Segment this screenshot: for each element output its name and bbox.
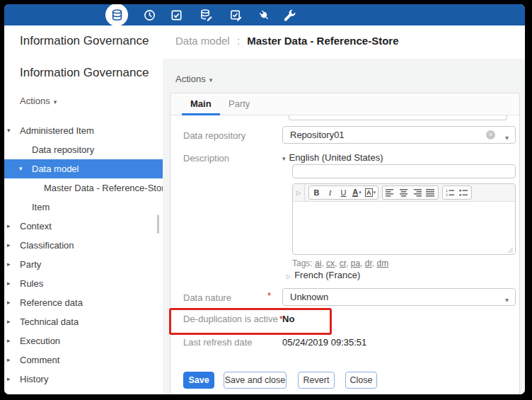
data-nature-required: *: [267, 290, 271, 301]
dedup-label: De-duplication is active*: [183, 314, 283, 324]
caret-right-icon[interactable]: ▸: [7, 331, 20, 350]
sidebar-item-label: Technical data: [20, 312, 79, 331]
tasks-icon[interactable]: [165, 4, 187, 26]
sidebar-item-history[interactable]: ▸History: [4, 370, 163, 389]
tag-link-cr[interactable]: cr: [340, 258, 346, 268]
data-repository-value: Repository01: [290, 130, 345, 140]
sidebar-item-label: Party: [20, 255, 41, 274]
sidebar-item-rules[interactable]: ▸Rules: [4, 274, 163, 293]
text-color-icon[interactable]: A▾: [350, 187, 364, 198]
data-nature-label: Data nature: [183, 292, 231, 303]
rich-text-editor: ▷ BIUA▾A▾12: [292, 183, 516, 255]
data-nature-select[interactable]: Unknown ▾: [282, 288, 516, 306]
tab-main[interactable]: Main: [190, 98, 212, 109]
french-section-toggle[interactable]: ▷French (France): [287, 270, 360, 280]
tag-link-ai[interactable]: ai: [315, 258, 321, 268]
sidebar-item-context[interactable]: ▸Context: [4, 217, 163, 236]
database-icon[interactable]: [105, 4, 128, 26]
english-section-toggle[interactable]: ▾English (United States): [282, 152, 383, 163]
sidebar-item-label: History: [20, 370, 48, 389]
caret-right-icon[interactable]: ▸: [7, 312, 20, 331]
sidebar-item-label: Classification: [20, 236, 74, 255]
caret-right-icon[interactable]: ▸: [7, 370, 20, 389]
sidebar-scrollbar-thumb[interactable]: [157, 215, 159, 234]
plug-icon[interactable]: [253, 4, 275, 26]
data-repository-input[interactable]: Repository01 × ▾: [282, 126, 516, 144]
unordered-list-icon[interactable]: [457, 187, 470, 198]
description-label: Description: [183, 153, 229, 164]
sidebar-item-classification[interactable]: ▸Classification: [4, 236, 163, 255]
caret-down-icon[interactable]: ▾: [7, 121, 20, 140]
align-justify-icon[interactable]: [424, 187, 437, 198]
ordered-list-icon[interactable]: 12: [444, 187, 457, 198]
bold-icon[interactable]: B: [310, 187, 323, 198]
sidebar-item-technical-data[interactable]: ▸Technical data: [4, 312, 163, 331]
underline-icon[interactable]: U: [337, 187, 350, 198]
tag-link-dr[interactable]: dr: [365, 258, 372, 268]
tag-link-pa[interactable]: pa: [351, 258, 360, 268]
sidebar-item-administered-item[interactable]: ▾Administered Item: [4, 121, 163, 140]
editor-textarea[interactable]: [293, 202, 515, 255]
editor-expand-icon[interactable]: ▷: [293, 184, 305, 201]
caret-right-icon[interactable]: ▸: [7, 350, 20, 370]
align-center-icon[interactable]: [397, 187, 410, 198]
description-short-input[interactable]: [292, 164, 516, 178]
tag-link-dm[interactable]: dm: [376, 258, 388, 268]
panel-actions-dropdown[interactable]: Actions▾: [175, 74, 212, 84]
italic-icon[interactable]: I: [323, 187, 337, 198]
page-title: Master Data - Reference-Store: [247, 35, 398, 47]
form-card: Main Party Data repository Repository01 …: [170, 93, 520, 394]
sidebar-item-data-repository[interactable]: Data repository: [4, 140, 163, 159]
align-right-icon[interactable]: [410, 187, 424, 198]
caret-right-icon[interactable]: ▸: [7, 293, 20, 312]
sidebar-item-label: Administered Item: [20, 121, 94, 140]
close-button[interactable]: Close: [345, 372, 377, 389]
toolbar-group: [382, 185, 439, 200]
revert-button[interactable]: Revert: [298, 372, 335, 389]
fill-color-icon[interactable]: A▾: [364, 187, 377, 198]
caret-right-icon[interactable]: ▸: [7, 217, 20, 236]
tags-list: ai, cx, cr, pa, dr, dm: [315, 258, 388, 268]
tasks-edit-icon[interactable]: [224, 4, 247, 26]
active-tab-underline: [182, 113, 220, 115]
caret-right-icon[interactable]: ▸: [7, 274, 20, 293]
save-and-close-button[interactable]: Save and close: [224, 372, 287, 389]
sidebar-item-reference-data[interactable]: ▸Reference data: [4, 293, 163, 312]
sidebar-item-label: Reference data: [20, 293, 83, 312]
scrolled-field-edge[interactable]: [289, 115, 507, 120]
save-button[interactable]: Save: [183, 372, 214, 389]
align-left-icon[interactable]: [383, 187, 397, 198]
svg-text:2: 2: [446, 193, 448, 197]
tags-label: Tags:: [292, 258, 313, 268]
dedup-value: No: [282, 314, 294, 324]
caret-right-icon[interactable]: ▸: [7, 236, 20, 255]
caret-right-icon[interactable]: ▸: [7, 255, 20, 274]
caret-down-icon: ▾: [209, 76, 213, 84]
sidebar-item-label: Context: [20, 217, 52, 236]
caret-down-icon[interactable]: ▾: [19, 159, 32, 178]
sidebar-item-party[interactable]: ▸Party: [4, 255, 163, 274]
caret-down-icon[interactable]: ▾: [505, 130, 509, 146]
main-panel: Actions▾ Main Party Data repository Repo…: [163, 59, 525, 394]
sidebar-item-master-data-reference-store[interactable]: Master Data - Reference-Store: [4, 178, 163, 198]
tab-party[interactable]: Party: [229, 98, 250, 109]
sidebar-item-comment[interactable]: ▸Comment: [4, 350, 163, 370]
resize-handle-icon[interactable]: [507, 247, 514, 253]
sidebar-item-execution[interactable]: ▸Execution: [4, 331, 163, 350]
clear-icon[interactable]: ×: [486, 130, 495, 139]
tag-link-cx[interactable]: cx: [326, 258, 335, 268]
caret-down-icon[interactable]: ▾: [505, 292, 509, 308]
caret-right-icon: ▷: [287, 273, 291, 280]
sidebar-item-item[interactable]: Item: [4, 198, 163, 217]
sidebar-actions-dropdown[interactable]: Actions▾: [20, 96, 57, 106]
editor-toolbar: ▷ BIUA▾A▾12: [293, 184, 515, 202]
header-row: Information Governance Data model : Mast…: [4, 25, 525, 59]
sidebar-item-label: Data repository: [32, 140, 94, 159]
wrench-icon[interactable]: [277, 4, 300, 26]
panel-actions-label: Actions: [175, 74, 206, 84]
dedup-label-text: De-duplication is active: [183, 314, 278, 324]
svg-text:1: 1: [446, 189, 448, 193]
database-edit-icon[interactable]: [195, 4, 217, 26]
clock-icon[interactable]: [138, 4, 161, 26]
sidebar-item-data-model[interactable]: ▾Data model: [4, 159, 163, 178]
